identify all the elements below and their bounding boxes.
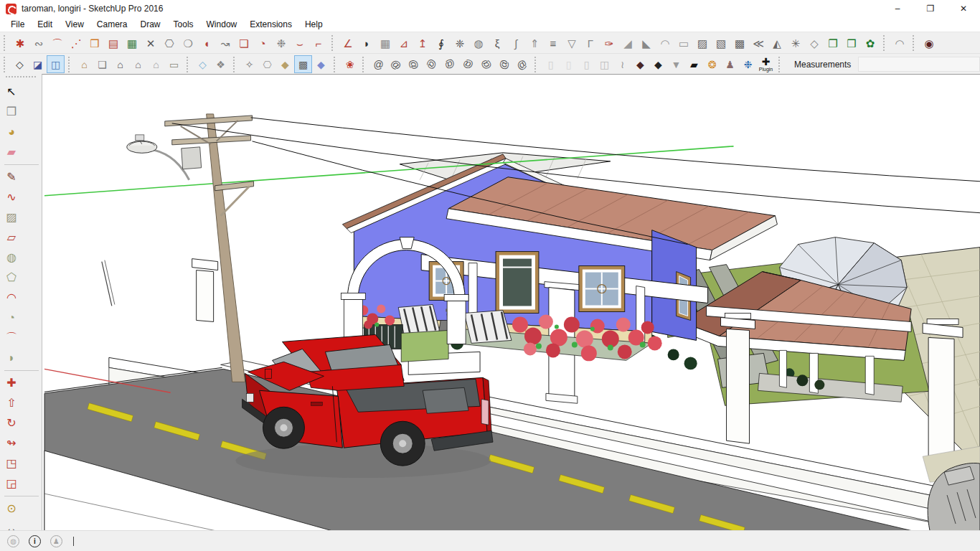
plugin-box-arrows[interactable]: ❏ xyxy=(235,34,253,52)
plugin-brush[interactable]: ✑ xyxy=(600,34,618,52)
menu-item[interactable]: Extensions xyxy=(243,17,298,32)
face-style-wireframe[interactable]: ✧ xyxy=(240,55,258,73)
face-style-back-edges[interactable]: ❖ xyxy=(212,55,230,73)
hook-component[interactable]: ≀ xyxy=(613,55,631,73)
freehand-tool[interactable]: ∿ xyxy=(2,188,21,207)
figure-component[interactable]: ♟ xyxy=(721,55,739,73)
plugin-curve-dot[interactable]: ⌣ xyxy=(291,34,309,52)
plugin-loop[interactable]: ◠ xyxy=(656,34,674,52)
make-component-tool[interactable]: ❒ xyxy=(2,103,21,121)
plugin-plus-button[interactable]: ✚ Plugin xyxy=(757,55,775,73)
panel-component-3[interactable]: ▯ xyxy=(578,55,595,73)
plugin-pull[interactable]: ⇑ xyxy=(525,34,544,52)
close-button[interactable]: ✕ xyxy=(947,0,980,17)
polygon-tool[interactable]: ⬠ xyxy=(2,268,21,287)
door-component[interactable]: ◫ xyxy=(595,55,613,73)
view-front[interactable]: ⌂ xyxy=(111,55,129,73)
plugin-triangle[interactable]: ⊿ xyxy=(395,34,413,52)
black-plate[interactable]: ▰ xyxy=(685,55,703,73)
spiral-tool-1[interactable]: @ xyxy=(369,55,387,73)
plugin-arc-center[interactable]: ⌒ xyxy=(48,34,67,52)
face-style-hidden-line[interactable]: ⎔ xyxy=(258,55,276,73)
view-right[interactable]: ⌂ xyxy=(129,55,147,73)
spiral-tool-5[interactable]: @ xyxy=(441,55,459,73)
view-top[interactable]: ❏ xyxy=(93,55,111,73)
plugin-angle[interactable]: ∠ xyxy=(339,34,357,52)
user-account-icon[interactable]: ♟ xyxy=(50,535,62,547)
pie-tool[interactable]: ◔ xyxy=(2,309,21,327)
menu-item[interactable]: Help xyxy=(298,17,329,32)
face-style-shaded[interactable]: ◆ xyxy=(276,55,294,73)
offset-tool[interactable]: ◲ xyxy=(2,474,21,493)
plugin-fan-stripes[interactable]: ◭ xyxy=(768,34,786,52)
plugin-sheet[interactable]: ∫ xyxy=(507,34,525,52)
fruit-bowl-component[interactable]: ❂ xyxy=(703,55,721,73)
style-edit-cube[interactable]: ◪ xyxy=(29,55,47,73)
plugin-flora[interactable]: ❀ xyxy=(341,55,359,73)
panel-component-1[interactable]: ▯ xyxy=(542,55,560,73)
follow-me-tool[interactable]: ↬ xyxy=(2,434,21,453)
move-tool[interactable]: ✚ xyxy=(2,374,21,392)
view-left[interactable]: ▭ xyxy=(165,55,183,73)
plugin-coil[interactable]: ∮ xyxy=(432,34,451,52)
eraser-tool[interactable]: ▰ xyxy=(2,143,21,161)
dark-plate-2[interactable]: ◆ xyxy=(649,55,667,73)
menu-item[interactable]: Tools xyxy=(167,17,200,32)
maximize-button[interactable]: ❐ xyxy=(914,0,947,17)
dark-plate-1[interactable]: ◆ xyxy=(631,55,649,73)
plugin-fan[interactable]: ◔ xyxy=(253,34,272,52)
plugin-axes-cross[interactable]: ✕ xyxy=(141,34,160,52)
plugin-dome-mesh[interactable]: ◍ xyxy=(469,34,488,52)
plugin-sphere[interactable]: ❉ xyxy=(272,34,291,52)
plugin-surface[interactable]: ❍ xyxy=(179,34,197,52)
scale-tool[interactable]: ◳ xyxy=(2,454,21,473)
plugin-green-box[interactable]: ❒ xyxy=(842,34,861,52)
plugin-curve-tool[interactable]: ∾ xyxy=(29,34,48,52)
funnel-plate[interactable]: ▼ xyxy=(667,55,685,73)
paint-bucket-tool[interactable]: ◕ xyxy=(2,123,21,141)
model-canvas[interactable] xyxy=(42,74,980,531)
menu-item[interactable]: Camera xyxy=(90,17,134,32)
view-iso[interactable]: ⌂ xyxy=(75,55,93,73)
arc-segment-tool[interactable]: ◗ xyxy=(2,349,21,367)
plugin-sandbox-box[interactable]: ❒ xyxy=(85,34,104,52)
menu-item[interactable]: Draw xyxy=(134,17,167,32)
advanced-camera-globe[interactable]: ◉ xyxy=(920,34,938,52)
line-tool[interactable]: ✎ xyxy=(2,168,21,187)
geolocation-icon[interactable]: ◍ xyxy=(7,535,19,547)
spiral-tool-7[interactable]: @ xyxy=(477,55,495,73)
rotated-rectangle-tool[interactable]: ▱ xyxy=(2,228,21,247)
plugin-pipe[interactable]: Γ xyxy=(581,34,600,52)
plugin-hatch-1[interactable]: ▨ xyxy=(693,34,712,52)
view-back[interactable]: ⌂ xyxy=(147,55,165,73)
spiral-tool-4[interactable]: @ xyxy=(423,55,441,73)
plugin-sketchucation[interactable]: ✱ xyxy=(11,34,29,52)
plugin-gear[interactable]: ❈ xyxy=(451,34,469,52)
plugin-layer-color[interactable]: ▦ xyxy=(123,34,141,52)
spiral-tool-6[interactable]: @ xyxy=(459,55,477,73)
style-view-cube[interactable]: ◫ xyxy=(47,55,65,73)
spiral-tool-9[interactable]: @ xyxy=(513,55,531,73)
push-pull-tool[interactable]: ⇧ xyxy=(2,394,21,413)
plugin-wedge[interactable]: ◣ xyxy=(637,34,656,52)
plugin-point-path[interactable]: ⋰ xyxy=(67,34,85,52)
plugin-shell[interactable]: ◖ xyxy=(197,34,216,52)
plugin-green-swirl[interactable]: ✿ xyxy=(861,34,880,52)
plugin-hatch-3[interactable]: ▩ xyxy=(730,34,749,52)
face-style-shaded-textures[interactable]: ▩ xyxy=(294,55,312,73)
face-style-monochrome[interactable]: ◆ xyxy=(312,55,330,73)
select-tool[interactable]: ↖ xyxy=(2,83,21,101)
spiral-tool-8[interactable]: @ xyxy=(495,55,513,73)
plugin-hatch-2[interactable]: ▧ xyxy=(712,34,730,52)
measurements-input[interactable] xyxy=(858,57,980,72)
plugin-wing[interactable]: ◢ xyxy=(618,34,637,52)
plugin-green-export[interactable]: ❐ xyxy=(824,34,842,52)
plugin-corner[interactable]: ⌐ xyxy=(309,34,328,52)
plugin-extrude[interactable]: ↥ xyxy=(413,34,432,52)
minimize-button[interactable]: – xyxy=(881,0,914,17)
spiral-tool-3[interactable]: @ xyxy=(405,55,423,73)
spiral-tool-2[interactable]: @ xyxy=(387,55,405,73)
plugin-sweep-curve[interactable]: ◠ xyxy=(890,34,909,52)
three-point-arc-tool[interactable]: ⌒ xyxy=(2,329,21,347)
blue-plugin[interactable]: ❉ xyxy=(739,55,757,73)
